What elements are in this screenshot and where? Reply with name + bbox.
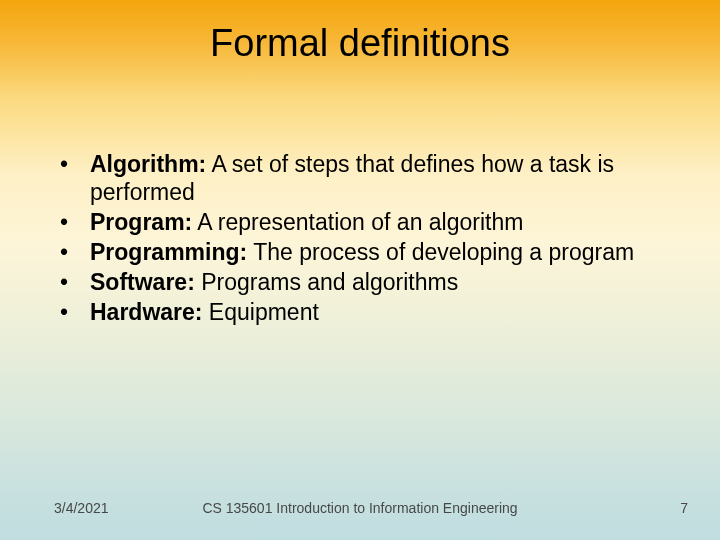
footer-course: CS 135601 Introduction to Information En… — [0, 500, 720, 516]
bullet-icon: • — [54, 268, 90, 296]
term: Program: — [90, 209, 192, 235]
bullet-icon: • — [54, 238, 90, 266]
footer-page-number: 7 — [680, 500, 688, 516]
list-item-text: Hardware: Equipment — [90, 298, 666, 326]
slide-title: Formal definitions — [0, 22, 720, 65]
term: Programming: — [90, 239, 247, 265]
term: Algorithm: — [90, 151, 206, 177]
list-item-text: Programming: The process of developing a… — [90, 238, 666, 266]
slide: Formal definitions • Algorithm: A set of… — [0, 0, 720, 540]
list-item: • Programming: The process of developing… — [54, 238, 666, 266]
bullet-icon: • — [54, 150, 90, 178]
list-item: • Hardware: Equipment — [54, 298, 666, 326]
term: Hardware: — [90, 299, 202, 325]
definition: The process of developing a program — [247, 239, 634, 265]
slide-body: • Algorithm: A set of steps that defines… — [54, 150, 666, 328]
definition: Programs and algorithms — [195, 269, 458, 295]
list-item-text: Algorithm: A set of steps that defines h… — [90, 150, 666, 206]
list-item: • Algorithm: A set of steps that defines… — [54, 150, 666, 206]
list-item-text: Program: A representation of an algorith… — [90, 208, 666, 236]
term: Software: — [90, 269, 195, 295]
list-item: • Program: A representation of an algori… — [54, 208, 666, 236]
bullet-icon: • — [54, 208, 90, 236]
definition: Equipment — [202, 299, 318, 325]
list-item: • Software: Programs and algorithms — [54, 268, 666, 296]
definition: A representation of an algorithm — [192, 209, 523, 235]
bullet-icon: • — [54, 298, 90, 326]
list-item-text: Software: Programs and algorithms — [90, 268, 666, 296]
